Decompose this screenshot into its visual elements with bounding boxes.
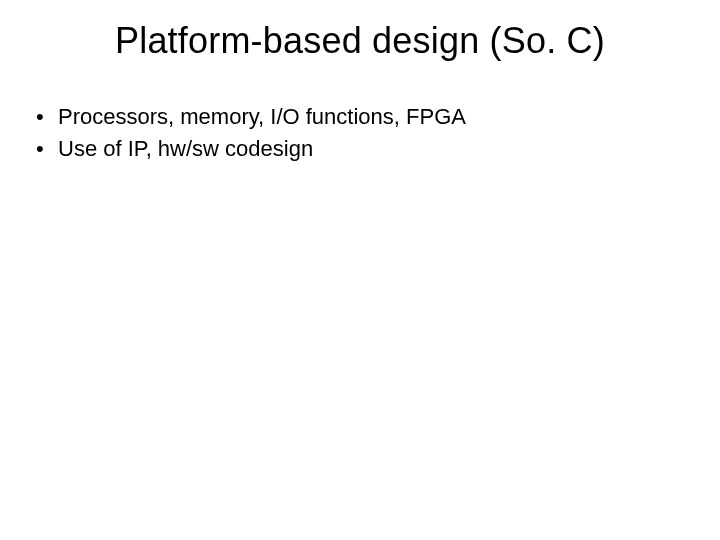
list-item: Processors, memory, I/O functions, FPGA bbox=[36, 102, 720, 132]
slide-title: Platform-based design (So. C) bbox=[0, 20, 720, 62]
slide-container: Platform-based design (So. C) Processors… bbox=[0, 0, 720, 540]
list-item: Use of IP, hw/sw codesign bbox=[36, 134, 720, 164]
bullet-list: Processors, memory, I/O functions, FPGA … bbox=[0, 102, 720, 163]
